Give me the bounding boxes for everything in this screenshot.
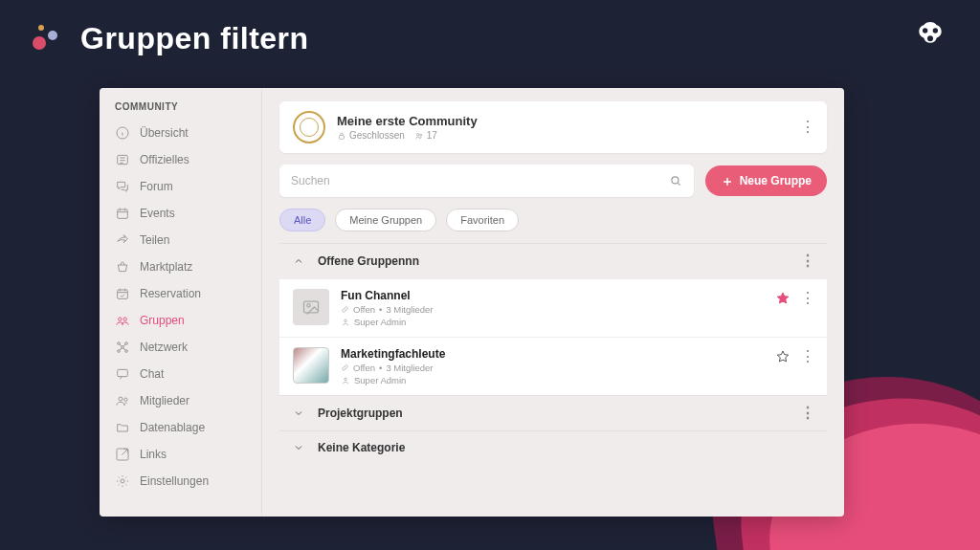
community-status: Geschlossen bbox=[337, 130, 405, 141]
community-header-card: Meine erste Community Geschlossen 17 ⋮ bbox=[279, 101, 827, 153]
sidebar-item-label: Marktplatz bbox=[140, 260, 192, 274]
svg-point-6 bbox=[118, 342, 121, 345]
svg-point-9 bbox=[125, 350, 128, 353]
sidebar: COMMUNITY ÜbersichtOffiziellesForumEvent… bbox=[100, 88, 262, 517]
chat-icon bbox=[115, 366, 130, 382]
group-thumbnail bbox=[293, 289, 329, 325]
sidebar-item-gruppen[interactable]: Gruppen bbox=[100, 307, 261, 334]
section-head-keine-kategorie[interactable]: Keine Kategorie bbox=[279, 430, 827, 464]
basket-icon bbox=[115, 259, 130, 275]
sidebar-item-label: Datenablage bbox=[140, 421, 205, 434]
sidebar-item-einstellungen[interactable]: Einstellungen bbox=[100, 468, 261, 495]
search-box[interactable] bbox=[279, 165, 694, 197]
network-icon bbox=[115, 340, 130, 355]
svg-point-8 bbox=[118, 350, 121, 353]
sidebar-item-events[interactable]: Events bbox=[100, 200, 261, 227]
sidebar-item-mitglieder[interactable]: Mitglieder bbox=[100, 387, 261, 414]
page-headline: Gruppen filtern bbox=[80, 21, 309, 56]
svg-rect-3 bbox=[118, 290, 128, 298]
svg-point-18 bbox=[419, 134, 421, 136]
chevron-up-icon bbox=[293, 255, 304, 267]
filter-chip-meine-gruppen[interactable]: Meine Gruppen bbox=[335, 209, 436, 231]
group-meta: Offen•3 Mitglieder bbox=[341, 363, 764, 373]
calendar-check-icon bbox=[115, 286, 130, 301]
svg-rect-11 bbox=[118, 369, 128, 376]
svg-point-7 bbox=[125, 342, 128, 345]
svg-point-21 bbox=[307, 304, 310, 307]
sidebar-item-reservation[interactable]: Reservation bbox=[100, 280, 261, 307]
sidebar-item-label: Links bbox=[140, 448, 167, 461]
favorite-star-button[interactable] bbox=[775, 291, 791, 306]
main: Meine erste Community Geschlossen 17 ⋮ bbox=[262, 88, 844, 517]
groups-icon bbox=[115, 313, 130, 328]
sidebar-title: COMMUNITY bbox=[100, 101, 261, 120]
group-sections: Offene Gruppennn⋮ Fun Channel Offen•3 Mi… bbox=[279, 243, 827, 464]
new-group-button[interactable]: ＋ Neue Gruppe bbox=[705, 165, 827, 196]
group-owner: Super Admin bbox=[341, 317, 764, 327]
sidebar-item-label: Events bbox=[140, 207, 175, 220]
search-icon bbox=[669, 174, 682, 187]
community-member-count: 17 bbox=[414, 130, 437, 141]
section-head-offene-gruppennn[interactable]: Offene Gruppennn⋮ bbox=[279, 243, 827, 278]
svg-point-23 bbox=[345, 378, 347, 381]
sidebar-item-label: Netzwerk bbox=[140, 341, 188, 354]
group-menu-button[interactable]: ⋮ bbox=[800, 349, 813, 364]
sidebar-item-offizielles[interactable]: Offizielles bbox=[100, 146, 261, 173]
group-owner: Super Admin bbox=[341, 375, 764, 385]
sidebar-item-label: Übersicht bbox=[140, 126, 189, 140]
community-title: Meine erste Community bbox=[337, 114, 789, 128]
logo-dots-icon bbox=[31, 25, 57, 52]
filter-chip-alle[interactable]: Alle bbox=[279, 209, 325, 231]
svg-point-22 bbox=[345, 319, 347, 322]
gear-icon bbox=[115, 473, 130, 489]
members-icon bbox=[414, 131, 424, 141]
group-title: Fun Channel bbox=[341, 289, 764, 302]
lock-icon bbox=[337, 131, 346, 141]
sidebar-item-label: Gruppen bbox=[140, 314, 185, 327]
forum-icon bbox=[115, 179, 130, 194]
group-item[interactable]: Fun Channel Offen•3 Mitglieder Super Adm… bbox=[279, 278, 827, 337]
sidebar-item-label: Offizielles bbox=[140, 153, 189, 166]
sidebar-item-übersicht[interactable]: Übersicht bbox=[100, 120, 261, 146]
sidebar-item-netzwerk[interactable]: Netzwerk bbox=[100, 334, 261, 361]
search-input[interactable] bbox=[291, 174, 669, 187]
community-avatar-icon bbox=[293, 111, 325, 143]
section-menu-button[interactable]: ⋮ bbox=[800, 253, 813, 269]
svg-point-5 bbox=[123, 318, 126, 320]
sidebar-item-marktplatz[interactable]: Marktplatz bbox=[100, 253, 261, 280]
sidebar-item-label: Einstellungen bbox=[140, 474, 209, 488]
section-head-projektgruppen[interactable]: Projektgruppen⋮ bbox=[279, 395, 827, 430]
members-icon bbox=[115, 393, 130, 408]
favorite-star-button[interactable] bbox=[775, 349, 791, 364]
group-menu-button[interactable]: ⋮ bbox=[800, 291, 813, 306]
share-icon bbox=[115, 232, 130, 248]
svg-point-15 bbox=[121, 479, 124, 483]
svg-point-12 bbox=[119, 397, 122, 401]
filter-chips: AlleMeine GruppenFavoriten bbox=[279, 209, 827, 231]
filter-chip-favoriten[interactable]: Favoriten bbox=[446, 209, 519, 231]
svg-rect-16 bbox=[340, 135, 345, 139]
news-icon bbox=[115, 152, 130, 167]
svg-point-13 bbox=[124, 398, 127, 401]
sidebar-item-label: Forum bbox=[140, 180, 173, 193]
svg-point-4 bbox=[119, 318, 122, 320]
sidebar-item-label: Reservation bbox=[140, 287, 201, 300]
sidebar-item-teilen[interactable]: Teilen bbox=[100, 227, 261, 253]
group-title: Marketingfachleute bbox=[341, 347, 764, 361]
sidebar-item-label: Mitglieder bbox=[140, 394, 189, 407]
sidebar-item-chat[interactable]: Chat bbox=[100, 361, 261, 387]
folder-icon bbox=[115, 420, 130, 435]
svg-rect-2 bbox=[118, 209, 128, 218]
sidebar-item-forum[interactable]: Forum bbox=[100, 173, 261, 200]
info-icon bbox=[115, 125, 130, 141]
chevron-down-icon bbox=[293, 442, 304, 453]
section-menu-button[interactable]: ⋮ bbox=[800, 406, 813, 421]
svg-point-19 bbox=[672, 177, 679, 184]
sidebar-item-datenablage[interactable]: Datenablage bbox=[100, 414, 261, 441]
app-window: COMMUNITY ÜbersichtOffiziellesForumEvent… bbox=[100, 88, 844, 517]
community-menu-button[interactable]: ⋮ bbox=[800, 120, 813, 135]
brand-logo-icon bbox=[911, 17, 949, 59]
sidebar-item-label: Chat bbox=[140, 367, 164, 381]
sidebar-item-links[interactable]: Links bbox=[100, 441, 261, 468]
group-item[interactable]: Marketingfachleute Offen•3 Mitglieder Su… bbox=[279, 337, 827, 395]
